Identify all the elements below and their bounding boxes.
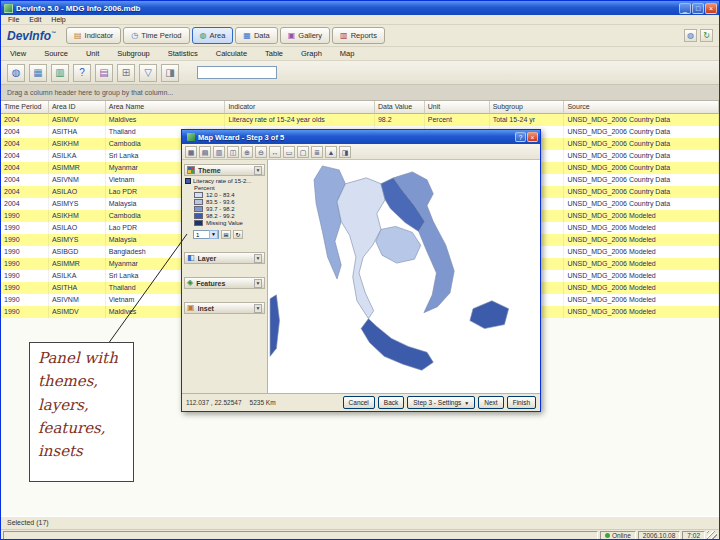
map-region-east-malaysia[interactable] [470, 301, 509, 329]
table-row[interactable]: 2004 ASIMDV Maldives Literacy rate of 15… [1, 114, 719, 126]
cell-source: UNSD_MDG_2006 Country Data [564, 150, 719, 162]
section-icon: ◈ [187, 279, 193, 287]
app-window: DevInfo 5.0 - MDG Info 2006.mdb _ □ × Fi… [0, 0, 720, 540]
column-header[interactable]: Data Value [375, 101, 425, 114]
theme-refresh-button[interactable]: ↻ [233, 230, 243, 239]
copy-icon[interactable]: ◫ [227, 146, 239, 158]
map-region-thailand[interactable] [337, 178, 385, 319]
section-layer[interactable]: ◧ Layer ▼ [184, 252, 265, 264]
cell-area-id: ASITHA [49, 282, 106, 294]
tab-data[interactable]: ▦ Data [235, 27, 277, 44]
legend-icon[interactable]: ≣ [311, 146, 323, 158]
refresh-icon[interactable]: ↻ [700, 29, 713, 42]
table-icon[interactable]: ▦ [29, 64, 47, 82]
map-settings-panel: Theme ▼ Literacy rate of 15-2... Percent [182, 160, 268, 393]
legend-range-label: 98.2 - 99.2 [206, 213, 235, 219]
north-arrow-icon[interactable]: ▲ [325, 146, 337, 158]
pan-icon[interactable]: ↔ [269, 146, 281, 158]
column-header[interactable]: Indicator [225, 101, 375, 114]
statusbar: Online 2006.10.08 7:02 [1, 529, 719, 540]
menu-table[interactable]: Table [256, 49, 292, 58]
theme-settings-button[interactable]: ⊞ [221, 230, 231, 239]
map-region-myanmar[interactable] [314, 166, 345, 279]
filter-icon[interactable]: ▽ [139, 64, 157, 82]
status-date: 2006.10.08 [638, 531, 681, 540]
minimize-button[interactable]: _ [679, 3, 691, 14]
globe-icon[interactable]: ◍ [684, 29, 697, 42]
settings-icon[interactable]: ◨ [339, 146, 351, 158]
resize-grip[interactable] [707, 531, 717, 540]
tab-reports[interactable]: ▥ Reports [332, 27, 385, 44]
tab-area[interactable]: ◍ Area [192, 27, 234, 44]
print-icon[interactable]: ▥ [213, 146, 225, 158]
group-by-bar[interactable]: Drag a column header here to group by th… [1, 85, 719, 101]
theme-section-header[interactable]: Theme ▼ [184, 164, 265, 176]
menu-item[interactable]: File [3, 16, 24, 23]
column-header[interactable]: Area ID [49, 101, 106, 114]
maximize-button[interactable]: □ [692, 3, 704, 14]
column-header[interactable]: Unit [425, 101, 490, 114]
cancel-button[interactable]: Cancel [343, 396, 375, 409]
cell-time-period: 1990 [1, 294, 49, 306]
section-icon: ▣ [187, 304, 195, 312]
cell-area-id: ASIMMR [49, 162, 106, 174]
search-input[interactable] [197, 66, 277, 79]
back-button[interactable]: Back [378, 396, 404, 409]
chevron-down-icon[interactable]: ▼ [254, 166, 262, 175]
close-button[interactable]: × [705, 3, 717, 14]
section-features[interactable]: ◈ Features ▼ [184, 277, 265, 289]
theme-indicator[interactable]: Literacy rate of 15-2... [185, 178, 265, 184]
tab-time-period[interactable]: ◷ Time Period [123, 27, 189, 44]
legend-color-chip [194, 199, 203, 205]
select-icon[interactable]: ▢ [297, 146, 309, 158]
menu-item[interactable]: Help [46, 16, 70, 23]
help-icon[interactable]: ? [73, 64, 91, 82]
cell-time-period: 1990 [1, 258, 49, 270]
menu-source[interactable]: Source [35, 49, 77, 58]
gallery-icon[interactable]: ▤ [95, 64, 113, 82]
class-breaks-select[interactable]: 1 ▼ [193, 230, 219, 239]
zoom-in-icon[interactable]: ⊕ [241, 146, 253, 158]
full-extent-icon[interactable]: ▭ [283, 146, 295, 158]
column-header[interactable]: Area Name [106, 101, 226, 114]
column-header[interactable]: Subgroup [490, 101, 565, 114]
wizard-close-button[interactable]: × [527, 132, 538, 142]
next-button[interactable]: Next [478, 396, 503, 409]
export-icon[interactable]: ▤ [199, 146, 211, 158]
cell-source: UNSD_MDG_2006 Country Data [564, 126, 719, 138]
column-header[interactable]: Source [564, 101, 719, 114]
menu-calculate[interactable]: Calculate [207, 49, 256, 58]
column-header[interactable]: Time Period [1, 101, 49, 114]
wizard-help-button[interactable]: ? [515, 132, 526, 142]
legend-range-label: Missing Value [206, 220, 243, 226]
map-canvas[interactable] [268, 160, 540, 393]
menu-item[interactable]: Edit [24, 16, 46, 23]
menu-view[interactable]: View [1, 49, 35, 58]
settings-icon[interactable]: ◨ [161, 64, 179, 82]
chevron-down-icon[interactable]: ▼ [254, 279, 262, 288]
finish-button[interactable]: Finish [507, 396, 536, 409]
step-select[interactable]: Step 3 - Settings▼ [407, 396, 475, 409]
map-region-malaysia[interactable] [361, 319, 433, 371]
menu-map[interactable]: Map [331, 49, 364, 58]
section-inset[interactable]: ▣ Inset ▼ [184, 302, 265, 314]
map-region-sri-lanka[interactable] [270, 295, 279, 356]
menu-subgroup[interactable]: Subgroup [108, 49, 159, 58]
tab-gallery[interactable]: ▣ Gallery [280, 27, 330, 44]
menu-graph[interactable]: Graph [292, 49, 331, 58]
map-icon[interactable]: ◍ [7, 64, 25, 82]
graph-icon[interactable]: ▥ [51, 64, 69, 82]
tab-indicator[interactable]: ▤ Indicator [66, 27, 121, 44]
save-icon[interactable]: ▦ [185, 146, 197, 158]
calculator-icon[interactable]: ⊞ [117, 64, 135, 82]
cell-time-period: 1990 [1, 282, 49, 294]
chevron-down-icon[interactable]: ▼ [254, 304, 262, 313]
menu-statistics[interactable]: Statistics [159, 49, 207, 58]
cell-source: UNSD_MDG_2006 Modeled [564, 222, 719, 234]
map-region-cambodia[interactable] [376, 226, 421, 263]
zoom-out-icon[interactable]: ⊖ [255, 146, 267, 158]
cell-area-id: ASIKHM [49, 138, 106, 150]
menu-unit[interactable]: Unit [77, 49, 108, 58]
cell-time-period: 1990 [1, 210, 49, 222]
chevron-down-icon[interactable]: ▼ [254, 254, 262, 263]
